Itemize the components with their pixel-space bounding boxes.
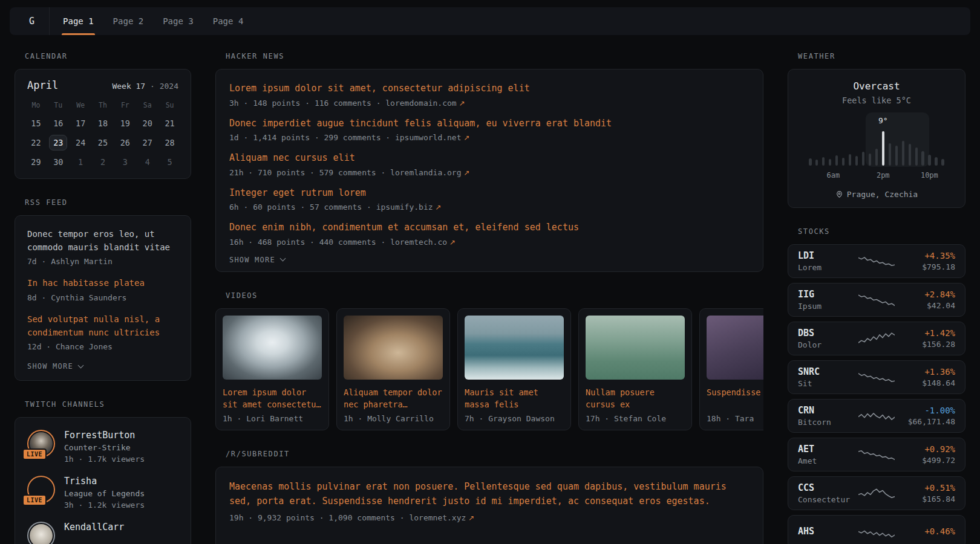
- stock-change: +0.92%: [900, 444, 955, 454]
- hn-item: Donec imperdiet augue tincidunt felis al…: [229, 117, 750, 143]
- video-thumbnail[interactable]: [465, 316, 564, 380]
- hn-card: Lorem ipsum dolor sit amet, consectetur …: [215, 69, 763, 272]
- stock-change: +4.35%: [900, 251, 955, 261]
- hn-show-more-button[interactable]: SHOW MORE: [229, 256, 750, 264]
- stock-row[interactable]: CRNBitcorn -1.00%$66,171.48: [788, 399, 965, 433]
- calendar-day-today: 23: [49, 135, 67, 151]
- channel-meta: 1h · 1.7k viewers: [64, 455, 145, 464]
- calendar-section-title: CALENDAR: [25, 52, 191, 60]
- tab-page-3[interactable]: Page 3: [153, 7, 203, 35]
- stock-row[interactable]: AHS +0.46%: [788, 515, 965, 544]
- stock-sparkline: [858, 369, 895, 386]
- hn-domain: ipsumify.biz: [376, 202, 433, 212]
- rss-article-link[interactable]: Sed volutpat nulla nisl, a condimentum n…: [27, 313, 178, 339]
- video-meta: 18h · Tara: [707, 414, 763, 423]
- time-label: 2pm: [877, 171, 890, 180]
- video-title-link[interactable]: Mauris sit amet massa felis: [465, 386, 564, 411]
- rss-article-link[interactable]: Donec tempor eros leo, ut commodo mauris…: [27, 228, 178, 254]
- stock-name: Sit: [798, 379, 854, 388]
- channel-game: Counter-Strike: [64, 443, 145, 452]
- hn-domain: loremlandia.org: [390, 168, 461, 177]
- stock-change: -1.00%: [900, 406, 955, 415]
- hn-item: Aliquam nec cursus elit 21h · 710 points…: [229, 151, 750, 177]
- tab-page-4[interactable]: Page 4: [203, 7, 253, 35]
- stock-price: $148.64: [900, 378, 955, 387]
- calendar-widget: CALENDAR April Week 17 · 2024 Mo Tu We T…: [15, 52, 191, 179]
- dow-label: Tu: [47, 99, 70, 112]
- stock-ticker: IIG: [798, 289, 854, 300]
- hn-item: Lorem ipsum dolor sit amet, consectetur …: [229, 82, 750, 108]
- hn-domain: loremtech.co: [390, 238, 447, 247]
- hn-domain: loremdomain.com: [385, 99, 456, 108]
- calendar-day: 25: [92, 135, 114, 151]
- calendar-day: 20: [136, 115, 158, 131]
- twitch-channel[interactable]: LIVE Trisha League of Legends 3h · 1.2k …: [27, 476, 178, 510]
- calendar-day: 18: [92, 115, 114, 131]
- stock-name: Amet: [798, 456, 854, 465]
- video-thumbnail[interactable]: [223, 316, 322, 380]
- stock-price: $42.04: [900, 301, 955, 310]
- stock-name: Lorem: [798, 263, 854, 272]
- twitch-channel[interactable]: LIVE ForrestBurton Counter-Strike 1h · 1…: [27, 430, 178, 464]
- external-link-icon: ↗: [464, 169, 470, 177]
- tab-page-1[interactable]: Page 1: [53, 7, 103, 35]
- hn-meta: 1d · 1,414 points · 299 comments · ipsum…: [229, 133, 750, 142]
- stock-row[interactable]: AETAmet +0.92%$499.72: [788, 438, 965, 471]
- stock-row[interactable]: IIGIpsum +2.84%$42.04: [788, 283, 965, 317]
- video-title-link[interactable]: Suspendisse diam: [707, 386, 763, 398]
- video-thumbnail[interactable]: [586, 316, 685, 380]
- current-temp-label: 9°: [878, 116, 888, 125]
- stock-row[interactable]: LDILorem +4.35%$795.18: [788, 244, 965, 278]
- video-card[interactable]: Suspendisse diam 18h · Tara: [699, 308, 763, 430]
- hn-meta: 6h · 60 points · 57 comments · ipsumify.…: [229, 202, 750, 212]
- stocks-widget: STOCKS LDILorem +4.35%$795.18 IIGIpsum +…: [788, 227, 965, 544]
- calendar-day: 28: [158, 135, 181, 151]
- channel-name: KendallCarr: [64, 522, 124, 533]
- video-card[interactable]: Aliquam tempor dolor nec pharetra… 1h · …: [336, 308, 450, 430]
- hn-domain: ipsumworld.net: [395, 133, 462, 142]
- video-title-link[interactable]: Aliquam tempor dolor nec pharetra…: [344, 386, 443, 411]
- calendar-card: April Week 17 · 2024 Mo Tu We Th Fr Sa S…: [15, 69, 191, 179]
- top-nav: G Page 1 Page 2 Page 3 Page 4: [10, 7, 970, 35]
- rss-show-more-button[interactable]: SHOW MORE: [27, 362, 178, 371]
- stock-sparkline: [858, 291, 895, 308]
- stock-row[interactable]: DBSDolor +1.42%$156.28: [788, 322, 965, 355]
- hn-story-link[interactable]: Donec enim nibh, condimentum et accumsan…: [229, 221, 750, 235]
- rss-widget: RSS FEED Donec tempor eros leo, ut commo…: [15, 198, 191, 381]
- external-link-icon: ↗: [464, 134, 470, 142]
- rss-section-title: RSS FEED: [25, 198, 191, 207]
- twitch-channel[interactable]: KendallCarr: [27, 522, 178, 544]
- hn-section-title: HACKER NEWS: [226, 52, 763, 60]
- stock-ticker: LDI: [798, 250, 854, 261]
- avatar: LIVE: [27, 476, 55, 504]
- stocks-section-title: STOCKS: [798, 227, 965, 236]
- calendar-day: 16: [47, 115, 70, 131]
- hn-story-link[interactable]: Integer eget rutrum lorem: [229, 186, 750, 200]
- dow-label: Mo: [25, 99, 47, 112]
- video-card[interactable]: Nullam posuere cursus ex 17h · Stefan Co…: [578, 308, 692, 430]
- tab-page-2[interactable]: Page 2: [103, 7, 154, 35]
- video-thumbnail[interactable]: [344, 316, 443, 380]
- video-meta: 7h · Grayson Dawson: [465, 414, 564, 423]
- subreddit-section-title: /R/SUBREDDIT: [226, 450, 763, 458]
- stock-name: Dolor: [798, 340, 854, 349]
- stock-row[interactable]: CCSConsectetur +0.51%$165.84: [788, 476, 965, 510]
- video-meta: 1h · Lori Barnett: [223, 414, 322, 423]
- stock-price: $795.18: [900, 262, 955, 271]
- hn-story-link[interactable]: Lorem ipsum dolor sit amet, consectetur …: [229, 82, 750, 96]
- stock-change: +1.36%: [900, 367, 955, 377]
- video-title-link[interactable]: Lorem ipsum dolor sit amet consectetu…: [223, 386, 322, 411]
- stock-price: $156.28: [900, 340, 955, 349]
- rss-article-link[interactable]: In hac habitasse platea: [27, 277, 178, 290]
- video-title-link[interactable]: Nullam posuere cursus ex: [586, 386, 685, 411]
- stock-row[interactable]: SNRCSit +1.36%$148.64: [788, 360, 965, 394]
- weather-bars: [809, 129, 944, 166]
- hn-story-link[interactable]: Donec imperdiet augue tincidunt felis al…: [229, 117, 750, 131]
- video-card[interactable]: Lorem ipsum dolor sit amet consectetu… 1…: [215, 308, 329, 430]
- hn-story-link[interactable]: Aliquam nec cursus elit: [229, 151, 750, 165]
- avatar: LIVE: [27, 430, 55, 458]
- calendar-grid: Mo Tu We Th Fr Sa Su 15 16 17 18 19 20 2…: [25, 99, 181, 170]
- video-thumbnail[interactable]: [707, 316, 763, 380]
- subreddit-post-link[interactable]: Maecenas mollis pulvinar erat non posuer…: [229, 479, 750, 508]
- video-card[interactable]: Mauris sit amet massa felis 7h · Grayson…: [457, 308, 571, 430]
